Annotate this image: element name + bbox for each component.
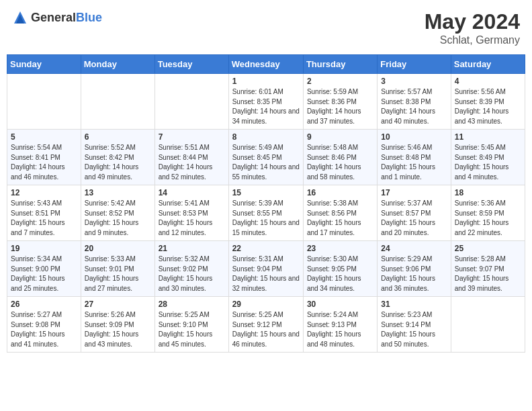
calendar-day-cell: 21Sunrise: 5:32 AM Sunset: 9:02 PM Dayli… <box>154 241 228 297</box>
day-number: 27 <box>85 300 151 309</box>
day-info: Sunrise: 5:24 AM Sunset: 9:13 PM Dayligh… <box>307 310 373 349</box>
logo-blue-text: Blue <box>76 11 102 24</box>
calendar-day-cell: 31Sunrise: 5:23 AM Sunset: 9:14 PM Dayli… <box>378 297 451 353</box>
day-number: 6 <box>85 132 151 142</box>
day-info: Sunrise: 5:41 AM Sunset: 8:53 PM Dayligh… <box>159 199 225 238</box>
day-number: 4 <box>455 77 521 86</box>
calendar-day-cell: 12Sunrise: 5:43 AM Sunset: 8:51 PM Dayli… <box>7 185 81 241</box>
day-number: 31 <box>381 300 447 309</box>
calendar-day-cell: 30Sunrise: 5:24 AM Sunset: 9:13 PM Dayli… <box>303 297 377 353</box>
calendar-day-header: Monday <box>81 55 154 74</box>
day-number: 20 <box>85 244 151 253</box>
calendar-day-cell: 28Sunrise: 5:25 AM Sunset: 9:10 PM Dayli… <box>154 297 228 353</box>
day-number: 14 <box>159 188 225 197</box>
day-info: Sunrise: 5:36 AM Sunset: 8:59 PM Dayligh… <box>455 199 521 238</box>
calendar-day-cell: 8Sunrise: 5:49 AM Sunset: 8:45 PM Daylig… <box>228 130 303 185</box>
calendar-day-cell: 19Sunrise: 5:34 AM Sunset: 9:00 PM Dayli… <box>7 241 81 297</box>
day-number: 11 <box>455 132 521 142</box>
calendar-week-row: 12Sunrise: 5:43 AM Sunset: 8:51 PM Dayli… <box>7 185 525 241</box>
day-number: 25 <box>455 244 521 253</box>
day-number: 28 <box>159 300 225 309</box>
calendar-day-cell: 15Sunrise: 5:39 AM Sunset: 8:55 PM Dayli… <box>228 185 303 241</box>
calendar-table: SundayMondayTuesdayWednesdayThursdayFrid… <box>7 54 525 353</box>
calendar-day-cell: 1Sunrise: 6:01 AM Sunset: 8:35 PM Daylig… <box>228 74 303 130</box>
calendar-day-cell <box>154 74 228 130</box>
day-number: 24 <box>381 244 447 253</box>
day-info: Sunrise: 5:26 AM Sunset: 9:09 PM Dayligh… <box>85 310 151 349</box>
calendar-day-cell: 5Sunrise: 5:54 AM Sunset: 8:41 PM Daylig… <box>7 130 81 185</box>
calendar-day-cell: 4Sunrise: 5:56 AM Sunset: 8:39 PM Daylig… <box>451 74 525 130</box>
calendar-day-cell <box>451 297 525 353</box>
calendar-day-cell: 3Sunrise: 5:57 AM Sunset: 8:38 PM Daylig… <box>378 74 451 130</box>
day-info: Sunrise: 5:27 AM Sunset: 9:08 PM Dayligh… <box>11 310 77 349</box>
day-number: 19 <box>11 244 77 253</box>
day-info: Sunrise: 5:52 AM Sunset: 8:42 PM Dayligh… <box>85 143 151 182</box>
calendar-day-cell: 22Sunrise: 5:31 AM Sunset: 9:04 PM Dayli… <box>228 241 303 297</box>
calendar-day-header: Wednesday <box>228 55 303 74</box>
calendar-day-cell: 24Sunrise: 5:29 AM Sunset: 9:06 PM Dayli… <box>378 241 451 297</box>
day-number: 12 <box>11 188 77 197</box>
day-info: Sunrise: 5:30 AM Sunset: 9:05 PM Dayligh… <box>307 255 373 293</box>
calendar-day-cell: 13Sunrise: 5:42 AM Sunset: 8:52 PM Dayli… <box>81 185 154 241</box>
calendar-day-header: Friday <box>378 55 451 74</box>
calendar-day-cell: 23Sunrise: 5:30 AM Sunset: 9:05 PM Dayli… <box>303 241 377 297</box>
page-header: GeneralBlue May 2024 Schlat, Germany <box>7 7 525 49</box>
day-info: Sunrise: 5:39 AM Sunset: 8:55 PM Dayligh… <box>232 199 300 238</box>
calendar-day-cell <box>81 74 154 130</box>
day-number: 22 <box>232 244 300 253</box>
calendar-day-header: Sunday <box>7 55 81 74</box>
calendar-subtitle: Schlat, Germany <box>425 34 520 46</box>
day-number: 8 <box>232 132 300 142</box>
day-number: 7 <box>159 132 225 142</box>
day-number: 30 <box>307 300 373 309</box>
logo-wordmark: GeneralBlue <box>31 11 102 25</box>
calendar-day-cell: 18Sunrise: 5:36 AM Sunset: 8:59 PM Dayli… <box>451 185 525 241</box>
day-number: 5 <box>11 132 77 142</box>
day-info: Sunrise: 5:59 AM Sunset: 8:36 PM Dayligh… <box>307 87 373 126</box>
day-number: 29 <box>232 300 300 309</box>
day-number: 23 <box>307 244 373 253</box>
day-info: Sunrise: 5:56 AM Sunset: 8:39 PM Dayligh… <box>455 87 521 126</box>
day-info: Sunrise: 5:49 AM Sunset: 8:45 PM Dayligh… <box>232 143 300 182</box>
day-number: 10 <box>381 132 447 142</box>
calendar-day-cell: 26Sunrise: 5:27 AM Sunset: 9:08 PM Dayli… <box>7 297 81 353</box>
calendar-day-cell: 25Sunrise: 5:28 AM Sunset: 9:07 PM Dayli… <box>451 241 525 297</box>
day-number: 26 <box>11 300 77 309</box>
day-info: Sunrise: 5:31 AM Sunset: 9:04 PM Dayligh… <box>232 255 300 293</box>
calendar-header-row: SundayMondayTuesdayWednesdayThursdayFrid… <box>7 55 525 74</box>
calendar-title: May 2024 <box>425 9 520 34</box>
calendar-day-cell: 27Sunrise: 5:26 AM Sunset: 9:09 PM Dayli… <box>81 297 154 353</box>
calendar-day-header: Thursday <box>303 55 377 74</box>
calendar-week-row: 1Sunrise: 6:01 AM Sunset: 8:35 PM Daylig… <box>7 74 525 130</box>
calendar-week-row: 5Sunrise: 5:54 AM Sunset: 8:41 PM Daylig… <box>7 130 525 185</box>
day-info: Sunrise: 5:33 AM Sunset: 9:01 PM Dayligh… <box>85 255 151 293</box>
day-info: Sunrise: 5:34 AM Sunset: 9:00 PM Dayligh… <box>11 255 77 293</box>
calendar-day-cell: 6Sunrise: 5:52 AM Sunset: 8:42 PM Daylig… <box>81 130 154 185</box>
calendar-day-cell: 16Sunrise: 5:38 AM Sunset: 8:56 PM Dayli… <box>303 185 377 241</box>
day-number: 17 <box>381 188 447 197</box>
day-number: 21 <box>159 244 225 253</box>
day-info: Sunrise: 5:45 AM Sunset: 8:49 PM Dayligh… <box>455 143 521 182</box>
day-number: 2 <box>307 77 373 86</box>
day-info: Sunrise: 5:48 AM Sunset: 8:46 PM Dayligh… <box>307 143 373 182</box>
calendar-day-cell: 29Sunrise: 5:25 AM Sunset: 9:12 PM Dayli… <box>228 297 303 353</box>
day-info: Sunrise: 5:32 AM Sunset: 9:02 PM Dayligh… <box>159 255 225 293</box>
day-info: Sunrise: 5:46 AM Sunset: 8:48 PM Dayligh… <box>381 143 447 182</box>
day-info: Sunrise: 5:57 AM Sunset: 8:38 PM Dayligh… <box>381 87 447 126</box>
calendar-week-row: 19Sunrise: 5:34 AM Sunset: 9:00 PM Dayli… <box>7 241 525 297</box>
day-number: 3 <box>381 77 447 86</box>
calendar-day-cell: 9Sunrise: 5:48 AM Sunset: 8:46 PM Daylig… <box>303 130 377 185</box>
calendar-day-header: Saturday <box>451 55 525 74</box>
day-number: 16 <box>307 188 373 197</box>
calendar-day-cell: 2Sunrise: 5:59 AM Sunset: 8:36 PM Daylig… <box>303 74 377 130</box>
calendar-day-cell <box>7 74 81 130</box>
day-info: Sunrise: 5:54 AM Sunset: 8:41 PM Dayligh… <box>11 143 77 182</box>
calendar-day-cell: 17Sunrise: 5:37 AM Sunset: 8:57 PM Dayli… <box>378 185 451 241</box>
day-number: 9 <box>307 132 373 142</box>
logo: GeneralBlue <box>12 9 102 26</box>
calendar-day-cell: 11Sunrise: 5:45 AM Sunset: 8:49 PM Dayli… <box>451 130 525 185</box>
day-info: Sunrise: 5:29 AM Sunset: 9:06 PM Dayligh… <box>381 255 447 293</box>
day-number: 13 <box>85 188 151 197</box>
calendar-day-cell: 7Sunrise: 5:51 AM Sunset: 8:44 PM Daylig… <box>154 130 228 185</box>
day-info: Sunrise: 5:43 AM Sunset: 8:51 PM Dayligh… <box>11 199 77 238</box>
